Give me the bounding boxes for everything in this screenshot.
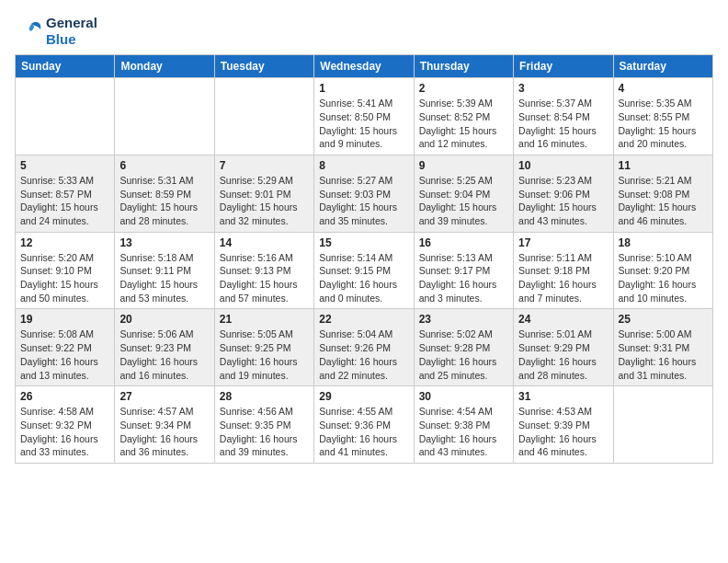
day-number: 17 <box>518 236 608 249</box>
day-info: Sunrise: 4:55 AM Sunset: 9:36 PM Dayligh… <box>319 405 408 459</box>
weekday-header: Tuesday <box>214 55 313 78</box>
calendar-cell <box>115 78 214 155</box>
day-number: 23 <box>419 313 508 326</box>
calendar-cell: 22Sunrise: 5:04 AM Sunset: 9:26 PM Dayli… <box>314 309 414 386</box>
calendar-cell: 30Sunrise: 4:54 AM Sunset: 9:38 PM Dayli… <box>414 386 513 464</box>
day-info: Sunrise: 5:21 AM Sunset: 9:08 PM Dayligh… <box>619 174 708 228</box>
day-info: Sunrise: 5:23 AM Sunset: 9:06 PM Dayligh… <box>518 174 608 228</box>
day-number: 5 <box>20 159 109 172</box>
day-info: Sunrise: 5:04 AM Sunset: 9:26 PM Dayligh… <box>319 327 408 382</box>
weekday-header: Saturday <box>613 55 712 78</box>
calendar-cell <box>214 78 313 155</box>
logo: General Blue <box>15 15 97 47</box>
day-number: 24 <box>518 313 608 326</box>
day-number: 26 <box>20 390 109 403</box>
calendar-week-row: 19Sunrise: 5:08 AM Sunset: 9:22 PM Dayli… <box>16 309 713 386</box>
day-number: 31 <box>518 390 608 403</box>
logo-general: General <box>46 15 97 30</box>
day-info: Sunrise: 4:54 AM Sunset: 9:38 PM Dayligh… <box>419 405 508 459</box>
calendar-cell: 17Sunrise: 5:11 AM Sunset: 9:18 PM Dayli… <box>514 232 613 309</box>
calendar-cell: 15Sunrise: 5:14 AM Sunset: 9:15 PM Dayli… <box>314 232 414 309</box>
day-number: 7 <box>220 159 309 172</box>
day-number: 30 <box>419 390 508 403</box>
day-info: Sunrise: 5:25 AM Sunset: 9:04 PM Dayligh… <box>419 174 508 228</box>
day-number: 12 <box>20 236 109 249</box>
calendar-cell: 20Sunrise: 5:06 AM Sunset: 9:23 PM Dayli… <box>115 309 214 386</box>
day-info: Sunrise: 5:08 AM Sunset: 9:22 PM Dayligh… <box>20 327 109 382</box>
calendar-cell: 4Sunrise: 5:35 AM Sunset: 8:55 PM Daylig… <box>613 78 712 155</box>
calendar-cell: 9Sunrise: 5:25 AM Sunset: 9:04 PM Daylig… <box>414 155 513 232</box>
day-info: Sunrise: 5:11 AM Sunset: 9:18 PM Dayligh… <box>518 251 608 305</box>
calendar-cell: 16Sunrise: 5:13 AM Sunset: 9:17 PM Dayli… <box>414 232 513 309</box>
calendar-cell: 6Sunrise: 5:31 AM Sunset: 8:59 PM Daylig… <box>115 155 214 232</box>
day-number: 1 <box>319 82 408 95</box>
day-info: Sunrise: 5:06 AM Sunset: 9:23 PM Dayligh… <box>119 327 209 382</box>
day-info: Sunrise: 5:14 AM Sunset: 9:15 PM Dayligh… <box>319 251 408 305</box>
day-info: Sunrise: 5:29 AM Sunset: 9:01 PM Dayligh… <box>220 174 309 228</box>
day-number: 13 <box>119 236 209 249</box>
calendar-week-row: 5Sunrise: 5:33 AM Sunset: 8:57 PM Daylig… <box>16 155 713 232</box>
weekday-header: Sunday <box>16 55 115 78</box>
calendar-cell: 12Sunrise: 5:20 AM Sunset: 9:10 PM Dayli… <box>16 232 115 309</box>
day-number: 21 <box>220 313 309 326</box>
logo-bird-icon <box>15 17 44 46</box>
day-info: Sunrise: 4:56 AM Sunset: 9:35 PM Dayligh… <box>220 405 309 459</box>
day-number: 22 <box>319 313 408 326</box>
day-info: Sunrise: 5:37 AM Sunset: 8:54 PM Dayligh… <box>518 97 608 151</box>
calendar-cell: 14Sunrise: 5:16 AM Sunset: 9:13 PM Dayli… <box>214 232 313 309</box>
day-number: 14 <box>220 236 309 249</box>
day-info: Sunrise: 5:20 AM Sunset: 9:10 PM Dayligh… <box>20 251 109 305</box>
day-number: 3 <box>518 82 608 95</box>
calendar-cell: 18Sunrise: 5:10 AM Sunset: 9:20 PM Dayli… <box>613 232 712 309</box>
day-info: Sunrise: 5:41 AM Sunset: 8:50 PM Dayligh… <box>319 97 408 151</box>
day-number: 11 <box>619 159 708 172</box>
day-number: 8 <box>319 159 408 172</box>
calendar-cell: 1Sunrise: 5:41 AM Sunset: 8:50 PM Daylig… <box>314 78 414 155</box>
day-number: 2 <box>419 82 508 95</box>
day-info: Sunrise: 4:58 AM Sunset: 9:32 PM Dayligh… <box>20 405 109 459</box>
day-info: Sunrise: 5:18 AM Sunset: 9:11 PM Dayligh… <box>119 251 209 305</box>
day-info: Sunrise: 5:31 AM Sunset: 8:59 PM Dayligh… <box>119 174 209 228</box>
day-info: Sunrise: 5:05 AM Sunset: 9:25 PM Dayligh… <box>220 327 309 382</box>
logo-blue: Blue <box>46 31 76 47</box>
day-info: Sunrise: 5:01 AM Sunset: 9:29 PM Dayligh… <box>518 327 608 382</box>
calendar-cell: 21Sunrise: 5:05 AM Sunset: 9:25 PM Dayli… <box>214 309 313 386</box>
day-number: 6 <box>119 159 209 172</box>
calendar-cell: 19Sunrise: 5:08 AM Sunset: 9:22 PM Dayli… <box>16 309 115 386</box>
day-number: 19 <box>20 313 109 326</box>
weekday-header: Wednesday <box>314 55 414 78</box>
weekday-header: Friday <box>514 55 613 78</box>
calendar-cell: 7Sunrise: 5:29 AM Sunset: 9:01 PM Daylig… <box>214 155 313 232</box>
day-info: Sunrise: 5:33 AM Sunset: 8:57 PM Dayligh… <box>20 174 109 228</box>
calendar-cell: 8Sunrise: 5:27 AM Sunset: 9:03 PM Daylig… <box>314 155 414 232</box>
calendar-cell: 28Sunrise: 4:56 AM Sunset: 9:35 PM Dayli… <box>214 386 313 464</box>
calendar-cell: 31Sunrise: 4:53 AM Sunset: 9:39 PM Dayli… <box>514 386 613 464</box>
weekday-header: Thursday <box>414 55 513 78</box>
calendar-cell: 2Sunrise: 5:39 AM Sunset: 8:52 PM Daylig… <box>414 78 513 155</box>
calendar-cell: 3Sunrise: 5:37 AM Sunset: 8:54 PM Daylig… <box>514 78 613 155</box>
calendar-week-row: 26Sunrise: 4:58 AM Sunset: 9:32 PM Dayli… <box>16 386 713 464</box>
day-number: 16 <box>419 236 508 249</box>
calendar-cell: 25Sunrise: 5:00 AM Sunset: 9:31 PM Dayli… <box>613 309 712 386</box>
day-number: 27 <box>119 390 209 403</box>
day-info: Sunrise: 5:10 AM Sunset: 9:20 PM Dayligh… <box>619 251 708 305</box>
day-info: Sunrise: 5:00 AM Sunset: 9:31 PM Dayligh… <box>619 327 708 382</box>
calendar-week-row: 12Sunrise: 5:20 AM Sunset: 9:10 PM Dayli… <box>16 232 713 309</box>
day-info: Sunrise: 5:16 AM Sunset: 9:13 PM Dayligh… <box>220 251 309 305</box>
calendar-cell <box>613 386 712 464</box>
calendar-cell: 10Sunrise: 5:23 AM Sunset: 9:06 PM Dayli… <box>514 155 613 232</box>
day-info: Sunrise: 5:27 AM Sunset: 9:03 PM Dayligh… <box>319 174 408 228</box>
calendar-week-row: 1Sunrise: 5:41 AM Sunset: 8:50 PM Daylig… <box>16 78 713 155</box>
page-header: General Blue <box>15 15 713 47</box>
day-number: 15 <box>319 236 408 249</box>
day-info: Sunrise: 5:39 AM Sunset: 8:52 PM Dayligh… <box>419 97 508 151</box>
calendar-cell: 13Sunrise: 5:18 AM Sunset: 9:11 PM Dayli… <box>115 232 214 309</box>
calendar-cell <box>16 78 115 155</box>
day-number: 29 <box>319 390 408 403</box>
calendar-cell: 29Sunrise: 4:55 AM Sunset: 9:36 PM Dayli… <box>314 386 414 464</box>
calendar-cell: 5Sunrise: 5:33 AM Sunset: 8:57 PM Daylig… <box>16 155 115 232</box>
weekday-header: Monday <box>115 55 214 78</box>
day-number: 28 <box>220 390 309 403</box>
day-number: 10 <box>518 159 608 172</box>
day-number: 9 <box>419 159 508 172</box>
